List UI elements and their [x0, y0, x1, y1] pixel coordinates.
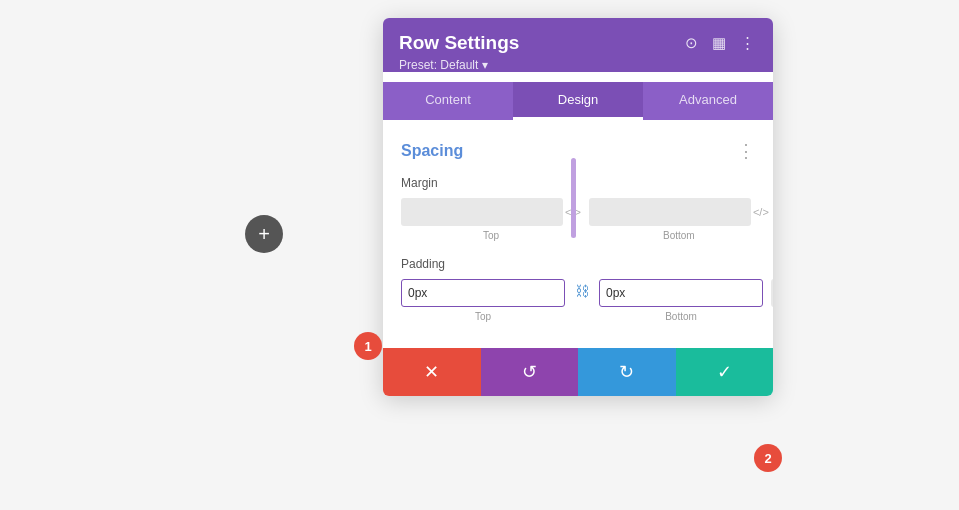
padding-left-field: </> Left [771, 279, 773, 322]
margin-top-input[interactable] [401, 198, 563, 226]
padding-top-field: Top [401, 279, 565, 322]
panel-title: Row Settings [399, 32, 519, 54]
padding-bottom-input-wrap [599, 279, 763, 307]
responsive-icon[interactable]: ⊙ [683, 32, 700, 54]
margin-bottom-input[interactable] [589, 198, 751, 226]
panel-body: Spacing ⋮ Margin </> Top [383, 120, 773, 348]
margin-top-label: Top [483, 230, 499, 241]
padding-left-input-wrap: </> [771, 279, 773, 307]
margin-top-input-wrap: </> [401, 198, 581, 226]
padding-group: Padding Top ⛓ [401, 257, 755, 322]
margin-bottom-field: </> Bottom [589, 198, 769, 241]
tab-advanced[interactable]: Advanced [643, 82, 773, 120]
panel-header: Row Settings ⊙ ▦ ⋮ Preset: Default ▾ [383, 18, 773, 72]
padding-label: Padding [401, 257, 755, 271]
panel-header-icons: ⊙ ▦ ⋮ [683, 32, 757, 54]
panel-tabs: Content Design Advanced [383, 82, 773, 120]
tab-design[interactable]: Design [513, 82, 643, 120]
reset-button[interactable]: ↺ [481, 348, 579, 396]
padding-top-label: Top [475, 311, 491, 322]
layout-icon[interactable]: ▦ [710, 32, 728, 54]
margin-bottom-label: Bottom [663, 230, 695, 241]
padding-top-input-wrap [401, 279, 565, 307]
panel-header-top: Row Settings ⊙ ▦ ⋮ [399, 32, 757, 54]
row-settings-panel: Row Settings ⊙ ▦ ⋮ Preset: Default ▾ Con… [383, 18, 773, 396]
badge-1: 1 [354, 332, 382, 360]
badge-2: 2 [754, 444, 782, 472]
margin-bottom-input-wrap: </> [589, 198, 769, 226]
padding-link-icon-wrap: ⛓ [573, 279, 591, 299]
padding-fields: Top ⛓ Bottom [401, 279, 755, 322]
save-button[interactable]: ✓ [676, 348, 774, 396]
margin-label: Margin [401, 176, 755, 190]
padding-bottom-input[interactable] [599, 279, 763, 307]
link-icon[interactable]: ⛓ [573, 283, 591, 299]
cancel-button[interactable]: ✕ [383, 348, 481, 396]
add-button[interactable]: + [245, 215, 283, 253]
action-bar: ✕ ↺ ↻ ✓ [383, 348, 773, 396]
spacing-more-icon[interactable]: ⋮ [737, 140, 755, 162]
margin-fields: </> Top </> Bottom </> [401, 198, 755, 241]
margin-group: Margin </> Top </> Botto [401, 176, 755, 241]
padding-top-input[interactable] [401, 279, 565, 307]
redo-button[interactable]: ↻ [578, 348, 676, 396]
spacing-section-header: Spacing ⋮ [401, 140, 755, 162]
more-icon[interactable]: ⋮ [738, 32, 757, 54]
scrollbar[interactable] [571, 158, 576, 238]
spacing-title: Spacing [401, 142, 463, 160]
margin-bottom-code-icon[interactable]: </> [753, 206, 769, 218]
padding-bottom-field: Bottom [599, 279, 763, 322]
padding-left-input[interactable] [771, 279, 773, 307]
tab-content[interactable]: Content [383, 82, 513, 120]
preset-selector[interactable]: Preset: Default ▾ [399, 58, 757, 72]
padding-bottom-label: Bottom [665, 311, 697, 322]
background-area: + Row Settings ⊙ ▦ ⋮ Preset: Default ▾ C… [0, 0, 959, 510]
margin-top-field: </> Top [401, 198, 581, 241]
